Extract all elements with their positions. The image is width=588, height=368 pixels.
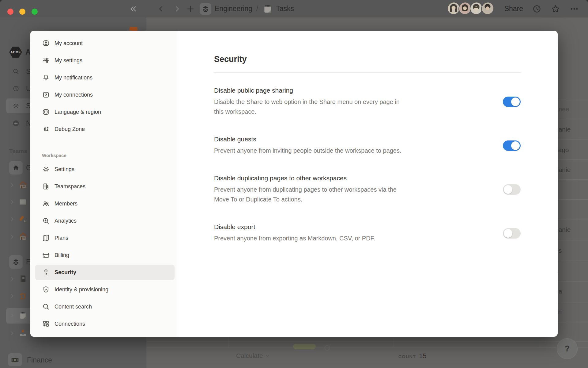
settings-nav-debug-zone[interactable]: Debug Zone bbox=[35, 121, 175, 137]
inbox-tray-icon bbox=[18, 329, 28, 338]
sidebar-item-finance[interactable]: Finance bbox=[0, 353, 146, 367]
teamspace-layers-icon[interactable] bbox=[200, 3, 211, 15]
settings-nav-my-notifications[interactable]: My notifications bbox=[35, 70, 175, 85]
setting-description: Prevent anyone from inviting people outs… bbox=[214, 146, 401, 155]
notebook-emoji-icon bbox=[18, 274, 28, 283]
chevron-right-icon bbox=[173, 5, 181, 13]
disable-public-page-sharing-toggle[interactable] bbox=[503, 97, 521, 107]
history-clock-icon[interactable] bbox=[532, 4, 541, 13]
settings-nav-plans[interactable]: Plans bbox=[35, 230, 175, 246]
gear-icon bbox=[9, 99, 23, 113]
toggle-knob bbox=[504, 229, 512, 238]
magnifier-icon bbox=[42, 303, 50, 311]
breadcrumb-page[interactable]: Tasks bbox=[276, 5, 294, 13]
settings-nav-language-region[interactable]: Language & region bbox=[35, 104, 175, 120]
globe-icon bbox=[42, 108, 50, 116]
chevron-right-icon bbox=[9, 276, 15, 282]
chevron-right-icon bbox=[9, 293, 15, 299]
collaborator-avatars[interactable] bbox=[447, 2, 495, 16]
close-window-button[interactable] bbox=[7, 9, 13, 15]
bell-icon bbox=[42, 74, 50, 82]
chevron-right-icon bbox=[9, 312, 15, 319]
divider bbox=[214, 72, 521, 73]
key-icon bbox=[42, 268, 50, 276]
forward-button[interactable] bbox=[172, 4, 182, 13]
plus-icon bbox=[186, 5, 195, 13]
calculate-button[interactable]: Calculate bbox=[236, 352, 270, 359]
minimize-window-button[interactable] bbox=[19, 9, 25, 15]
new-tab-button[interactable] bbox=[186, 4, 195, 13]
more-ellipsis-icon[interactable] bbox=[570, 4, 579, 13]
breadcrumb: Engineering / Tasks bbox=[200, 0, 294, 17]
favorite-star-icon[interactable] bbox=[551, 4, 560, 14]
settings-nav-members[interactable]: Members bbox=[35, 196, 175, 211]
toggle-knob bbox=[511, 98, 520, 106]
breadcrumb-teamspace[interactable]: Engineering bbox=[215, 5, 252, 13]
disable-duplicating-toggle[interactable] bbox=[503, 184, 521, 195]
collapse-sidebar-button[interactable] bbox=[129, 4, 138, 13]
setting-row-disable-guests: Disable guests Prevent anyone from invit… bbox=[214, 136, 521, 155]
setting-description: Prevent anyone from duplicating pages to… bbox=[214, 185, 402, 204]
setting-title: Disable duplicating pages to other works… bbox=[214, 174, 402, 182]
shapes-icon bbox=[42, 125, 50, 133]
toggle-knob bbox=[504, 185, 512, 194]
settings-nav-connections[interactable]: Connections bbox=[35, 316, 175, 332]
count-summary[interactable]: COUNT 15 bbox=[398, 352, 427, 360]
help-button[interactable]: ? bbox=[557, 338, 578, 359]
zoom-window-button[interactable] bbox=[32, 9, 38, 15]
magnifier-sparkle-icon bbox=[42, 217, 50, 225]
chevron-right-icon bbox=[9, 182, 15, 188]
search-icon bbox=[9, 65, 23, 78]
person-circle-icon bbox=[42, 39, 50, 47]
map-icon bbox=[42, 234, 50, 242]
breadcrumb-separator: / bbox=[256, 5, 258, 13]
chevron-right-icon bbox=[9, 199, 15, 205]
sliders-icon bbox=[42, 56, 50, 64]
setting-row-disable-export: Disable export Prevent anyone from expor… bbox=[214, 223, 521, 243]
settings-nav-identity-provisioning[interactable]: Identity & provisioning bbox=[35, 282, 175, 297]
pencil-emoji-icon bbox=[18, 215, 28, 224]
chevron-left-icon bbox=[157, 5, 165, 13]
chevron-down-icon bbox=[265, 354, 270, 358]
finance-label: Finance bbox=[27, 356, 52, 364]
security-settings-panel: Security Disable public page sharing Dis… bbox=[177, 31, 558, 337]
settings-nav-analytics[interactable]: Analytics bbox=[35, 213, 175, 228]
avatar bbox=[481, 2, 495, 16]
back-button[interactable] bbox=[156, 4, 166, 13]
window-titlebar: Engineering / Tasks Share bbox=[0, 0, 588, 17]
chevron-right-icon bbox=[9, 216, 15, 222]
setting-title: Disable export bbox=[214, 223, 375, 231]
building-icon bbox=[42, 182, 50, 190]
tasks-page-icon bbox=[263, 3, 273, 14]
shield-check-icon bbox=[42, 286, 50, 293]
settings-nav-my-account[interactable]: My account bbox=[35, 36, 175, 51]
disable-guests-toggle[interactable] bbox=[503, 140, 521, 151]
settings-modal-sidebar: My account My settings My notifications … bbox=[30, 31, 177, 337]
setting-row-public-page-sharing: Disable public page sharing Disable the … bbox=[214, 87, 521, 117]
chevron-right-icon bbox=[9, 330, 15, 336]
share-button[interactable]: Share bbox=[504, 5, 523, 13]
workspace-name-fragment: A bbox=[25, 48, 31, 56]
settings-nav-security[interactable]: Security bbox=[35, 265, 175, 280]
acme-logo: ACME bbox=[9, 47, 22, 58]
banknote-emoji-icon bbox=[10, 355, 20, 365]
settings-nav-settings[interactable]: Settings bbox=[35, 162, 175, 177]
settings-nav-my-settings[interactable]: My settings bbox=[35, 53, 175, 68]
chevron-right-icon bbox=[9, 234, 15, 240]
house-emoji-icon bbox=[18, 181, 28, 190]
page-title: Security bbox=[214, 55, 521, 64]
workspace-section-label: Workspace bbox=[42, 153, 177, 158]
settings-nav-content-search[interactable]: Content search bbox=[35, 299, 175, 314]
setting-title: Disable public page sharing bbox=[214, 87, 402, 94]
crane-emoji-icon bbox=[18, 291, 28, 301]
grid-squares-icon bbox=[42, 320, 50, 328]
setting-row-disable-duplicating: Disable duplicating pages to other works… bbox=[214, 174, 521, 204]
board-emoji-icon bbox=[18, 197, 28, 207]
settings-nav-teamspaces[interactable]: Teamspaces bbox=[35, 179, 175, 194]
credit-card-icon bbox=[42, 251, 50, 259]
settings-nav-billing[interactable]: Billing bbox=[35, 247, 175, 263]
home-icon bbox=[9, 161, 23, 174]
tasks-notepad-icon bbox=[18, 311, 28, 320]
disable-export-toggle[interactable] bbox=[503, 228, 521, 239]
settings-nav-my-connections[interactable]: My connections bbox=[35, 87, 175, 102]
